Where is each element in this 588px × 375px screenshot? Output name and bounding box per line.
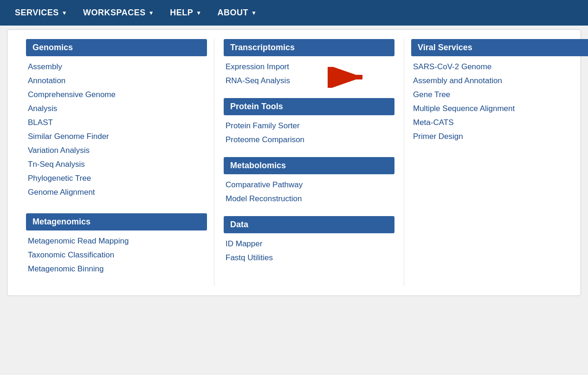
menu-item-assembly[interactable]: Assembly [26, 60, 207, 74]
menu-item-id-mapper[interactable]: ID Mapper [224, 237, 394, 251]
nav-workspaces-label: WORKSPACES [83, 8, 146, 18]
transcriptomics-header: Transcriptomics [224, 39, 394, 56]
nav-workspaces[interactable]: WORKSPACES ▼ [78, 4, 160, 21]
data-header: Data [224, 216, 394, 233]
middle-column: Transcriptomics Expression Import RNA-Se… [214, 39, 404, 286]
viral-services-section: Viral Services SARS-CoV-2 Genome Assembl… [411, 39, 588, 144]
metagenomics-header: Metagenomics [26, 213, 207, 230]
nav-help[interactable]: HELP ▼ [164, 4, 207, 21]
menu-item-fastq[interactable]: Fastq Utilities [224, 251, 394, 265]
menu-item-gene-tree[interactable]: Gene Tree [411, 88, 588, 102]
viral-services-header: Viral Services [411, 39, 588, 56]
nav-services[interactable]: SERVICES ▼ [9, 4, 73, 21]
metabolomics-header: Metabolomics [224, 157, 394, 174]
right-column: Viral Services SARS-CoV-2 Genome Assembl… [404, 39, 588, 286]
menu-item-analysis[interactable]: Analysis [26, 102, 207, 116]
menu-item-genome-alignment[interactable]: Genome Alignment [26, 185, 207, 199]
top-nav: SERVICES ▼ WORKSPACES ▼ HELP ▼ ABOUT ▼ [0, 0, 588, 26]
menu-item-binning[interactable]: Metagenomic Binning [26, 262, 207, 276]
genomics-header: Genomics [26, 39, 207, 56]
menu-item-proteome[interactable]: Proteome Comparison [224, 133, 394, 147]
nav-about-label: ABOUT [218, 8, 249, 18]
menu-item-primer-design[interactable]: Primer Design [411, 130, 588, 144]
nav-help-arrow: ▼ [196, 10, 201, 16]
menu-item-comp-genome[interactable]: Comprehensive Genome [26, 88, 207, 102]
nav-help-label: HELP [170, 8, 193, 18]
arrow-indicator [328, 67, 369, 90]
metabolomics-section: Metabolomics Comparative Pathway Model R… [224, 157, 394, 206]
menu-item-read-mapping[interactable]: Metagenomic Read Mapping [26, 234, 207, 248]
menu-item-meta-cats[interactable]: Meta-CATS [411, 116, 588, 130]
menu-item-annotation[interactable]: Annotation [26, 74, 207, 88]
nav-services-label: SERVICES [15, 8, 59, 18]
menu-item-sars[interactable]: SARS-CoV-2 Genome [411, 60, 588, 74]
menu-item-phylogenetic[interactable]: Phylogenetic Tree [26, 171, 207, 185]
protein-tools-section: Protein Tools Protein Family Sorter Prot… [224, 98, 394, 147]
menu-item-assembly-annotation[interactable]: Assembly and Annotation [411, 74, 588, 88]
nav-workspaces-arrow: ▼ [149, 10, 154, 16]
left-column: Genomics Assembly Annotation Comprehensi… [19, 39, 214, 286]
menu-item-blast[interactable]: BLAST [26, 116, 207, 130]
menu-item-variation[interactable]: Variation Analysis [26, 144, 207, 158]
nav-services-arrow: ▼ [62, 10, 67, 16]
services-dropdown: Genomics Assembly Annotation Comprehensi… [7, 29, 581, 296]
nav-about[interactable]: ABOUT ▼ [212, 4, 263, 21]
menu-item-similar-genome[interactable]: Similar Genome Finder [26, 130, 207, 144]
menu-item-comparative-pathway[interactable]: Comparative Pathway [224, 178, 394, 192]
protein-tools-header: Protein Tools [224, 98, 394, 115]
menu-item-protein-family[interactable]: Protein Family Sorter [224, 119, 394, 133]
menu-item-taxonomic[interactable]: Taxonomic Classification [26, 248, 207, 262]
red-arrow-icon [328, 67, 369, 88]
menu-item-model-reconstruction[interactable]: Model Reconstruction [224, 192, 394, 206]
nav-about-arrow: ▼ [251, 10, 257, 16]
data-section: Data ID Mapper Fastq Utilities [224, 216, 394, 265]
menu-item-tnseq[interactable]: Tn-Seq Analysis [26, 158, 207, 171]
genomics-section: Genomics Assembly Annotation Comprehensi… [26, 39, 207, 199]
metagenomics-section: Metagenomics Metagenomic Read Mapping Ta… [26, 213, 207, 276]
menu-item-msa[interactable]: Multiple Sequence Alignment [411, 102, 588, 116]
